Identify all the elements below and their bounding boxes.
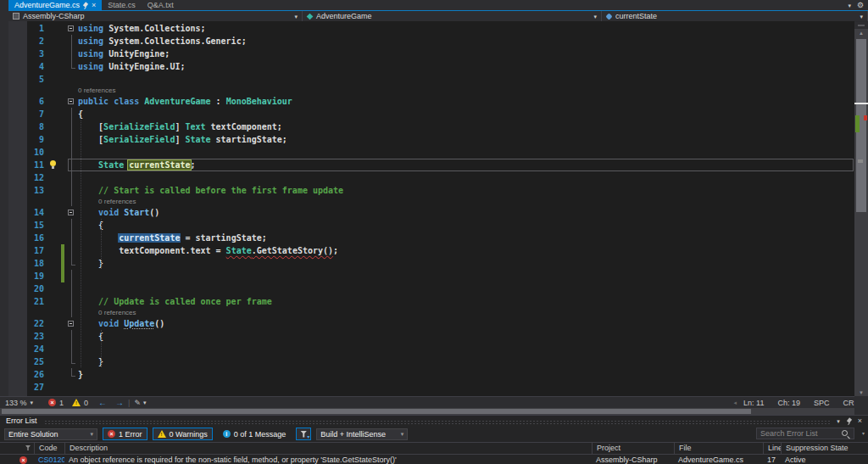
suppression-column-header[interactable]: Suppression State (781, 443, 868, 454)
line-number: 6 (27, 95, 47, 108)
fold-guide (71, 171, 72, 184)
change-bar (61, 270, 64, 282)
navigate-back-icon[interactable]: ← (98, 399, 107, 407)
codelens-references[interactable]: 0 references (76, 308, 854, 317)
codelens-references[interactable]: 0 references (76, 86, 854, 95)
line-number: 2 (27, 35, 47, 48)
zoom-level[interactable]: 133 % (5, 399, 27, 407)
line-number: 27 (27, 381, 47, 394)
fold-collapse-icon[interactable] (68, 210, 74, 215)
code-line[interactable]: 7{ (8, 108, 854, 120)
code-line[interactable]: 11 State currentState; (8, 159, 854, 171)
code-line[interactable]: 21 // Update is called once per frame (8, 295, 854, 308)
code-line[interactable]: 17 textComponent.text = State.GetStateSt… (8, 244, 854, 257)
code-column-header[interactable]: Code (34, 443, 64, 454)
fold-collapse-icon[interactable] (68, 321, 74, 327)
code-editor[interactable]: 1using System.Collections;2using System.… (8, 21, 854, 396)
code-line[interactable]: 26} (8, 368, 854, 381)
line-column-header[interactable]: Line (763, 443, 781, 454)
code-text: currentState = startingState; (76, 232, 854, 244)
code-line[interactable]: 9 [SerializeField] State startingState; (8, 133, 854, 146)
code-line[interactable]: 27 (8, 381, 854, 394)
line-number: 7 (27, 108, 47, 120)
code-line[interactable]: 5 (8, 73, 854, 86)
severity-column-header[interactable] (0, 443, 34, 454)
messages-filter-button[interactable]: 0 of 1 Message (218, 428, 292, 440)
code-line[interactable]: 6public class AdventureGame : MonoBehavi… (8, 95, 854, 108)
code-line[interactable]: 10 (8, 146, 854, 159)
tab-list-chevron-icon[interactable]: ▾ (848, 3, 851, 8)
warning-count[interactable]: 0 (84, 399, 88, 407)
code-line[interactable]: 16 currentState = startingState; (8, 232, 854, 244)
error-count-icon[interactable] (48, 399, 56, 406)
horizontal-scrollbar-thumb[interactable] (2, 409, 751, 414)
code-text: using System.Collections; (76, 22, 854, 35)
code-line[interactable]: 4using UnityEngine.UI; (8, 60, 854, 73)
space-mode-indicator[interactable]: SPC (814, 399, 830, 407)
changed-lines-marker[interactable] (855, 115, 860, 132)
code-line[interactable]: 3using UnityEngine; (8, 48, 854, 60)
code-line[interactable]: 18 } (8, 257, 854, 270)
member-dropdown[interactable]: currentState ▾ (602, 11, 868, 21)
errors-filter-button[interactable]: 1 Error (103, 428, 147, 440)
pin-icon[interactable] (846, 417, 852, 425)
codelens-references[interactable]: 0 references (76, 197, 854, 206)
code-line[interactable]: 8 [SerializeField] Text textComponent; (8, 120, 854, 133)
scope-dropdown[interactable]: Entire Solution ▾ (4, 428, 97, 440)
search-input[interactable] (756, 428, 854, 439)
code-line[interactable]: 15 { (8, 219, 854, 232)
document-tab[interactable]: State.cs (102, 0, 142, 10)
code-line[interactable]: 19 (8, 270, 854, 282)
code-line[interactable]: 25 } (8, 355, 854, 368)
code-line[interactable]: 22 void Update() (8, 317, 854, 330)
codelens-row[interactable]: 0 references (8, 86, 854, 95)
fold-guide (71, 60, 72, 68)
code-line[interactable]: 1using System.Collections; (8, 22, 854, 35)
error-count[interactable]: 1 (59, 399, 64, 407)
description-column-header[interactable]: Description (64, 443, 592, 454)
code-line[interactable]: 12 (8, 171, 854, 184)
code-line[interactable]: 24 (8, 343, 854, 355)
close-icon[interactable]: × (858, 417, 862, 425)
warning-count-icon[interactable] (72, 399, 81, 406)
gear-icon[interactable]: ⚙ (857, 2, 864, 9)
code-line[interactable]: 23 { (8, 330, 854, 343)
error-list-titlebar[interactable]: Error List ▾ × (0, 416, 868, 426)
document-tab[interactable]: Q&A.txt (142, 0, 180, 10)
codelens-row[interactable]: 0 references (8, 308, 854, 317)
warnings-filter-button[interactable]: 0 Warnings (153, 428, 213, 440)
zoom-chevron-icon[interactable]: ▾ (31, 400, 34, 405)
project-dropdown[interactable]: Assembly-CSharp ▾ (8, 11, 303, 21)
lightbulb-icon[interactable] (50, 160, 57, 170)
error-marker[interactable] (864, 115, 867, 120)
code-line[interactable]: 14 void Start() (8, 206, 854, 219)
pencil-chevron-icon[interactable]: ▾ (143, 400, 147, 405)
code-line[interactable]: 20 (8, 282, 854, 295)
fold-collapse-icon[interactable] (68, 25, 74, 31)
window-position-chevron-icon[interactable]: ▾ (837, 418, 840, 424)
fold-collapse-icon[interactable] (68, 98, 74, 104)
caret-position-marker[interactable] (854, 103, 868, 104)
search-icon[interactable] (842, 430, 849, 438)
build-filter-dropdown[interactable]: Build + IntelliSense ▾ (316, 428, 408, 440)
code-line[interactable]: 2using System.Collections.Generic; (8, 35, 854, 48)
panel-drag-texture[interactable] (44, 420, 831, 424)
type-dropdown[interactable]: AdventureGame ▾ (303, 11, 602, 21)
pin-icon[interactable] (82, 2, 88, 9)
error-code-cell: CS0120 (34, 455, 64, 464)
scrollbar-corner (854, 396, 868, 415)
codelens-row[interactable]: 0 references (8, 197, 854, 206)
filter-button[interactable]: ▾ (296, 428, 311, 440)
document-tab[interactable]: AdventureGame.cs× (8, 0, 102, 10)
scroll-up-arrow-icon[interactable]: ▲ (854, 29, 868, 37)
code-line[interactable]: 13 // Start is called before the first f… (8, 184, 854, 197)
navigate-forward-icon[interactable]: → (115, 399, 124, 407)
error-row[interactable]: CS0120An object reference is required fo… (0, 455, 868, 464)
project-column-header[interactable]: Project (592, 443, 674, 454)
pencil-icon[interactable]: ✎ (134, 399, 141, 407)
search-chevron-icon[interactable]: ▾ (862, 430, 865, 436)
scroll-left-arrow-icon[interactable]: ◂ (734, 400, 737, 406)
close-icon[interactable]: × (92, 2, 96, 9)
file-column-header[interactable]: File (674, 443, 763, 454)
splitter-handle[interactable] (854, 22, 868, 29)
